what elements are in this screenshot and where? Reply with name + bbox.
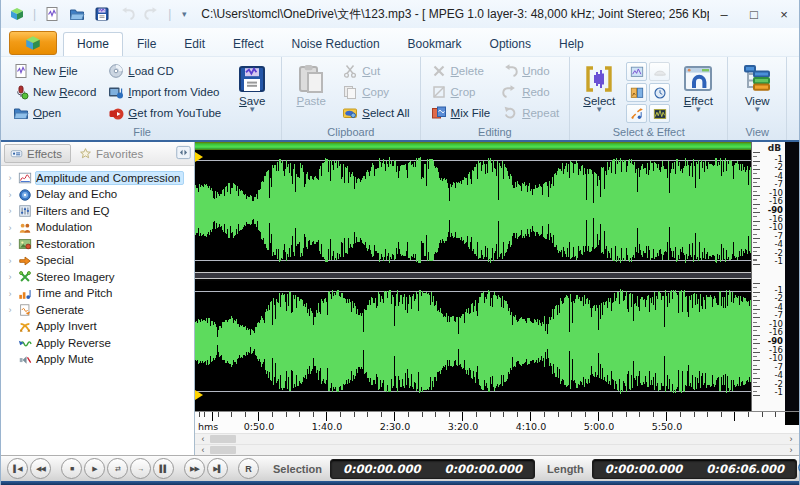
- tree-item-modulation[interactable]: ›Modulation: [5, 220, 192, 237]
- load-cd-icon: [108, 63, 124, 79]
- tab-noise-reduction[interactable]: Noise Reduction: [278, 32, 394, 56]
- tab-home[interactable]: Home: [63, 32, 123, 56]
- expand-chevron-icon[interactable]: ›: [5, 256, 15, 266]
- tab-bookmark[interactable]: Bookmark: [394, 32, 476, 56]
- timeline-tick-label: 5:50.0: [652, 421, 682, 432]
- tree-item-filters-and-eq[interactable]: ›Filters and EQ: [5, 203, 192, 220]
- waveform-preview-button[interactable]: [626, 62, 647, 81]
- paste-button[interactable]: Paste: [288, 60, 334, 126]
- scrollbar-thumb[interactable]: [210, 435, 236, 443]
- fast-forward-button[interactable]: ▶▶: [184, 458, 205, 479]
- button-label: Select All: [362, 107, 409, 119]
- expand-chevron-icon[interactable]: ›: [5, 305, 15, 315]
- save-button[interactable]: Save▼: [229, 60, 275, 126]
- play-cursor-button[interactable]: →: [130, 458, 151, 479]
- tree-item-apply-mute[interactable]: Apply Mute: [5, 352, 192, 369]
- mix-file-icon: [431, 105, 447, 121]
- h-scrollbar-1[interactable]: ‹›: [195, 433, 799, 444]
- overview-bar[interactable]: [195, 142, 751, 150]
- scroll-right-icon[interactable]: ›: [785, 445, 797, 455]
- toolbar-dropdown-icon[interactable]: ▾: [177, 4, 191, 24]
- playhead-marker-bottom[interactable]: [195, 390, 203, 400]
- waveform-channel-right[interactable]: [195, 281, 751, 401]
- crop-button[interactable]: Crop: [427, 81, 495, 102]
- quick-access-toolbar: ||▾: [7, 4, 191, 24]
- tree-item-apply-invert[interactable]: Apply Invert: [5, 319, 192, 336]
- tab-help[interactable]: Help: [545, 32, 598, 56]
- panel-tab-favorites[interactable]: Favorites: [73, 144, 152, 163]
- import-video-icon: [108, 84, 124, 100]
- expand-chevron-icon[interactable]: ›: [5, 173, 15, 183]
- timeline-ruler[interactable]: hms 0:50.01:40.02:30.03:20.04:10.05:00.0…: [195, 411, 799, 433]
- tab-effect[interactable]: Effect: [219, 32, 277, 56]
- expand-chevron-icon[interactable]: ›: [5, 289, 15, 299]
- record-button[interactable]: R: [238, 458, 259, 479]
- minimize-button[interactable]: –: [709, 2, 739, 26]
- expand-chevron-icon[interactable]: ›: [5, 272, 15, 282]
- tab-options[interactable]: Options: [476, 32, 545, 56]
- go-start-button[interactable]: ▌◀: [7, 458, 28, 479]
- h-scrollbar-2[interactable]: ‹›: [195, 444, 799, 455]
- undo-icon[interactable]: [117, 4, 137, 24]
- mix-file-button[interactable]: Mix File: [427, 102, 495, 123]
- frequency-button[interactable]: [649, 104, 670, 123]
- pause-button[interactable]: ▌▌: [153, 458, 174, 479]
- tab-file[interactable]: File: [123, 32, 170, 56]
- save-icon[interactable]: [92, 4, 112, 24]
- tree-item-generate[interactable]: ›Generate: [5, 302, 192, 319]
- loop-button[interactable]: ⇄: [107, 458, 128, 479]
- new-record-button[interactable]: New Record: [9, 81, 100, 102]
- undo-button[interactable]: Undo: [498, 60, 563, 81]
- stop-button[interactable]: ■: [61, 458, 82, 479]
- expand-chevron-icon[interactable]: ›: [5, 223, 15, 233]
- clock-button[interactable]: [649, 83, 670, 102]
- get-from-youtube-button[interactable]: Get from YouTube: [104, 102, 225, 123]
- tree-item-delay-and-echo[interactable]: ›Delay and Echo: [5, 187, 192, 204]
- go-end-button[interactable]: ▶▌: [207, 458, 228, 479]
- scrollbar-thumb[interactable]: [210, 446, 236, 454]
- tree-item-amplitude-and-compression[interactable]: ›Amplitude and Compression: [5, 170, 192, 187]
- new-file-button[interactable]: New File: [9, 60, 100, 81]
- playhead-marker-top[interactable]: [195, 152, 203, 162]
- import-from-video-button[interactable]: Import from Video: [104, 81, 225, 102]
- play-button[interactable]: ▶: [84, 458, 105, 479]
- scroll-left-icon[interactable]: ‹: [197, 434, 209, 444]
- delete-button[interactable]: Delete: [427, 60, 495, 81]
- close-button[interactable]: ×: [769, 2, 799, 26]
- open-icon[interactable]: [67, 4, 87, 24]
- cut-button[interactable]: Cut: [338, 60, 413, 81]
- app-menu-button[interactable]: [9, 31, 57, 55]
- button-label: Import from Video: [128, 86, 219, 98]
- collapse-panel-button[interactable]: [176, 145, 191, 163]
- expand-chevron-icon[interactable]: ›: [5, 206, 15, 216]
- scroll-right-icon[interactable]: ›: [785, 434, 797, 444]
- maximize-button[interactable]: □: [739, 2, 769, 26]
- tree-item-restoration[interactable]: ›Restoration: [5, 236, 192, 253]
- tree-item-stereo-imagery[interactable]: ›Stereo Imagery: [5, 269, 192, 286]
- waveform-channel-left[interactable]: [195, 150, 751, 270]
- select-button[interactable]: Select▼: [576, 60, 622, 126]
- scroll-left-icon[interactable]: ‹: [197, 445, 209, 455]
- tree-item-special[interactable]: ›Special: [5, 253, 192, 270]
- repeat-button[interactable]: Repeat: [498, 102, 563, 123]
- rewind-button[interactable]: ◀◀: [30, 458, 51, 479]
- waveform-display[interactable]: [195, 142, 751, 411]
- select-all-button[interactable]: Select All: [338, 102, 413, 123]
- split-view-button[interactable]: [626, 83, 647, 102]
- copy-button[interactable]: Copy: [338, 81, 413, 102]
- tree-item-apply-reverse[interactable]: Apply Reverse: [5, 335, 192, 352]
- panel-tab-effects[interactable]: Effects: [4, 144, 71, 163]
- disc-button[interactable]: [649, 62, 670, 81]
- expand-chevron-icon[interactable]: ›: [5, 190, 15, 200]
- expand-chevron-icon[interactable]: ›: [5, 239, 15, 249]
- tree-item-time-and-pitch[interactable]: ›Time and Pitch: [5, 286, 192, 303]
- view-button[interactable]: View▼: [734, 60, 780, 126]
- tab-edit[interactable]: Edit: [170, 32, 219, 56]
- new-file-icon[interactable]: [42, 4, 62, 24]
- open-button[interactable]: Open: [9, 102, 100, 123]
- shuffle-note-button[interactable]: [626, 104, 647, 123]
- redo-button[interactable]: Redo: [498, 81, 563, 102]
- redo-icon[interactable]: [142, 4, 162, 24]
- effect-button[interactable]: Effect▼: [675, 60, 721, 126]
- load-cd-button[interactable]: Load CD: [104, 60, 225, 81]
